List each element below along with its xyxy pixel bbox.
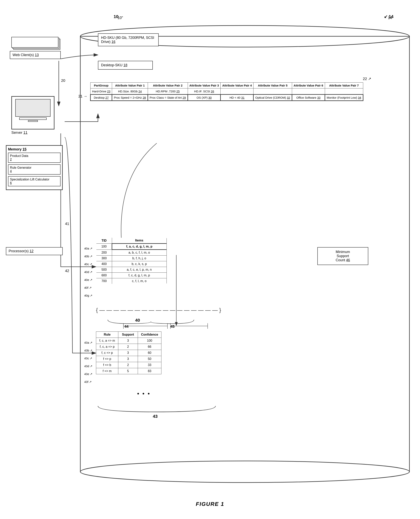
web-client-box: Web Client(s) 13	[10, 51, 61, 59]
rules-table: Rule Support Confidence f, c, a => m 3 1…	[96, 332, 161, 374]
tid-200: 200	[96, 250, 112, 256]
tid-label-40d: 40d ↗	[84, 270, 92, 274]
processor-box: Processor(s) 12	[6, 247, 63, 255]
tid-row-40f: 600 f, c, d, g, l, m, p	[96, 273, 167, 278]
desktop-sku-number: 18	[123, 63, 127, 67]
memory-title: Memory 15	[8, 147, 60, 151]
confidence-43a: 100	[138, 338, 161, 344]
support-43d: 3	[118, 356, 138, 362]
tid-500: 500	[96, 267, 112, 273]
label-21: 21 →	[78, 94, 87, 99]
rule-43e: f => b	[96, 362, 118, 368]
tid-header-items: Items	[112, 238, 167, 244]
rule-row-43c: f, c => p 3 60	[96, 350, 161, 356]
label-41: 41	[65, 222, 69, 226]
hd-sku-box: HD-SKU (80 Gb, 7200RPM, SCSI Drive) 16	[98, 33, 159, 46]
items-200: a, b, c, f, l, m, o	[112, 250, 167, 256]
avp6-harddrive	[292, 88, 325, 94]
header-avp2: Attribute Value Pair 2	[148, 83, 188, 88]
avp5-desktop: Optical Drive (CDROM) 32	[254, 94, 292, 101]
desktop-row: Desktop 27 Proc Speed = 2+GHz 28 Proc Cl…	[90, 94, 363, 101]
tid-label-40f: 40f ↗	[84, 286, 92, 289]
items-600: f, c, d, g, l, m, p	[112, 273, 167, 278]
desktop-sku-label: Desktop-SKU 18	[101, 63, 127, 67]
header-avp7: Attribute Value Pair 7	[325, 83, 363, 88]
tid-label-40a: 40a ↗	[84, 247, 92, 250]
rule-43a: f, c, a => m	[96, 338, 118, 344]
rules-header-rule: Rule	[96, 332, 118, 338]
avp2-harddrive: HD.RPM .7200 25	[148, 88, 188, 94]
rules-brace-svg	[96, 404, 218, 414]
items-500: a, f, c, e, l, p, m, n	[112, 267, 167, 273]
figure-caption: FIGURE 1	[196, 501, 224, 507]
svg-point-2	[80, 461, 409, 482]
rule-row-43b: f, c, a => p 2 66	[96, 344, 161, 350]
avp7-desktop: Monitor (Footprint Low) 34	[325, 94, 363, 101]
min-support-box: MinimumSupportCount 46	[317, 247, 368, 265]
server-graphic	[11, 96, 54, 130]
rule-row-43a: f, c, a => m 3 100	[96, 338, 161, 344]
label-20: 20	[61, 78, 65, 83]
label-45: 45	[170, 325, 174, 329]
tid-600: 600	[96, 273, 112, 278]
avp7-harddrive	[325, 88, 363, 94]
tid-700: 700	[96, 278, 112, 284]
tid-label-40e: 40e ↗	[84, 278, 92, 282]
tid-100: 100	[96, 244, 112, 250]
tid-header-tid: TID	[96, 238, 112, 244]
items-300: b, f, h, j, o	[112, 256, 167, 261]
rules-header-row: Rule Support Confidence	[96, 332, 161, 338]
rule-generator-item: Rule Generator4	[8, 164, 60, 175]
rule-43d: f => p	[96, 356, 118, 362]
specialization-lift-item: Specialization Lift Calculator6	[8, 176, 60, 186]
harddrive-row: Hard-Drive 23 HD.Size. 80Gb 24 HD.RPM .7…	[90, 88, 363, 94]
rules-brace	[96, 404, 218, 414]
rules-header-support: Support	[118, 332, 138, 338]
tid-label-40c: 40c ↗	[84, 263, 92, 266]
server-label: Server 11	[11, 131, 27, 135]
label-40: 40	[135, 318, 140, 323]
tid-row-40e: 500 a, f, c, e, l, p, m, n	[96, 267, 167, 273]
tid-brace: {―――――――――――――――――}	[96, 307, 216, 313]
avp1-desktop: Proc Speed = 2+GHz 28	[112, 94, 148, 101]
tid-400: 400	[96, 261, 112, 267]
header-avp6: Attribute Value Pair 6	[292, 83, 325, 88]
attr-table-section: 22 ↗ 21 → PartGroup Attribute Value Pair…	[90, 82, 363, 101]
tid-label-40g: 40g ↗	[84, 294, 92, 297]
rule-43f: f => m	[96, 368, 118, 374]
rule-label-43d: 43d ↗	[84, 364, 92, 368]
hd-sku-number: 16	[112, 40, 115, 44]
label-43: 43	[153, 414, 158, 419]
header-avp1: Attribute Value Pair 1	[112, 83, 148, 88]
tid-label-40b: 40b ↗	[84, 255, 92, 258]
rule-43c: f, c => p	[96, 350, 118, 356]
memory-box: Memory 15 Product Data2 Rule Generator4 …	[6, 145, 63, 190]
tid-300: 300	[96, 256, 112, 261]
confidence-43e: 33	[138, 362, 161, 368]
rule-label-43a: 43a ↗	[84, 341, 92, 344]
rule-label-43b: 43b ↗	[84, 349, 92, 352]
tid-row-40g: 700 c, f, l, m, o	[96, 278, 167, 284]
rules-table-section: 44 45 Rule Support Confidence f, c, a =>…	[96, 332, 161, 374]
header-avp5: Attribute Value Pair 5	[254, 83, 292, 88]
label-14-text: ↙ 14	[384, 14, 394, 19]
confidence-43d: 50	[138, 356, 161, 362]
product-data-item: Product Data2	[8, 153, 60, 163]
avp4-harddrive	[221, 88, 254, 94]
attr-header-row: PartGroup Attribute Value Pair 1 Attribu…	[90, 83, 363, 88]
avp2-desktop: Proc Class = State of Art 29	[148, 94, 188, 101]
confidence-43c: 60	[138, 350, 161, 356]
support-43a: 3	[118, 338, 138, 344]
rule-row-43f: f => m 5 83	[96, 368, 161, 374]
tid-table: TID Items 100 f, a, c, d, g, l, m, p 200…	[96, 237, 167, 284]
label-10-text: 10 →	[114, 14, 124, 19]
header-avp3: Attribute Value Pair 3	[188, 83, 221, 88]
tid-table-section: TID Items 100 f, a, c, d, g, l, m, p 200…	[96, 237, 167, 284]
label-44: 44	[124, 325, 128, 329]
tid-header-row: TID Items	[96, 238, 167, 244]
tid-row-40a: 100 f, a, c, d, g, l, m, p	[96, 244, 167, 250]
items-100: f, a, c, d, g, l, m, p	[112, 244, 167, 250]
confidence-43f: 83	[138, 368, 161, 374]
rule-row-43d: f => p 3 50	[96, 356, 161, 362]
support-43b: 2	[118, 344, 138, 350]
